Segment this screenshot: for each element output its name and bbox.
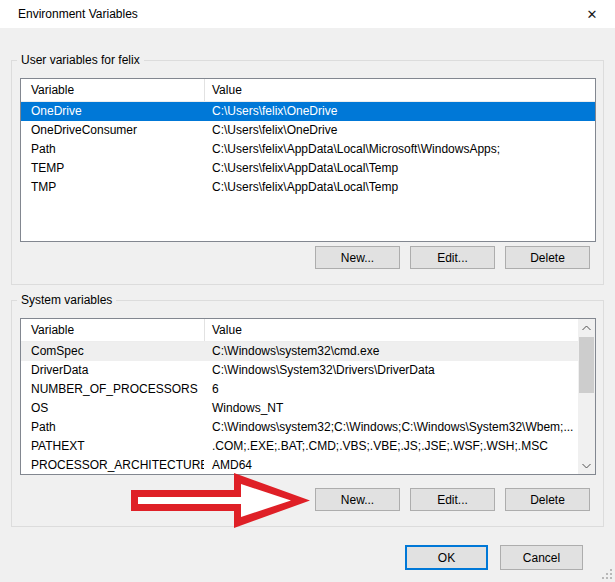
row-value: C:\Users\felix\AppData\Local\Temp [204,178,595,197]
system-delete-button[interactable]: Delete [505,488,590,511]
table-row-temp[interactable]: TEMP C:\Users\felix\AppData\Local\Temp [21,159,595,178]
table-row-path-user[interactable]: Path C:\Users\felix\AppData\Local\Micros… [21,140,595,159]
user-delete-button[interactable]: Delete [505,246,590,269]
row-value: C:\Windows\system32\cmd.exe [204,342,578,361]
vertical-scrollbar[interactable] [578,319,595,474]
scroll-up-button[interactable] [578,319,595,336]
user-edit-button[interactable]: Edit... [410,246,495,269]
system-edit-button[interactable]: Edit... [410,488,495,511]
table-row-onedriveconsumer[interactable]: OneDriveConsumer C:\Users\felix\OneDrive [21,121,595,140]
ok-button[interactable]: OK [405,545,488,570]
system-new-button[interactable]: New... [315,488,400,511]
row-value: C:\Users\felix\AppData\Local\Microsoft\W… [204,140,595,159]
system-variables-group-label: System variables [17,293,116,307]
user-variables-group-label: User variables for felix [17,53,144,67]
chevron-down-icon [582,463,591,469]
user-new-button[interactable]: New... [315,246,400,269]
row-value: Windows_NT [204,399,578,418]
environment-variables-dialog: Environment Variables ✕ User variables f… [0,0,615,582]
row-variable: OS [21,399,204,418]
row-variable: Path [21,418,204,437]
table-row-comspec[interactable]: ComSpec C:\Windows\system32\cmd.exe [21,342,578,361]
user-header-value[interactable]: Value [204,79,595,101]
row-variable: NUMBER_OF_PROCESSORS [21,380,204,399]
row-variable: ComSpec [21,342,204,361]
row-variable: PATHEXT [21,437,204,456]
row-value: C:\Users\felix\OneDrive [204,121,595,140]
row-variable: TEMP [21,159,204,178]
row-value: C:\Users\felix\OneDrive [204,102,595,121]
row-value: .COM;.EXE;.BAT;.CMD;.VBS;.VBE;.JS;.JSE;.… [204,437,578,456]
window-title: Environment Variables [18,0,138,28]
resize-grip-icon[interactable] [600,567,613,580]
row-value: 6 [204,380,578,399]
annotation-arrow-icon [131,473,313,529]
row-value: C:\Windows\system32;C:\Windows;C:\Window… [204,418,578,437]
table-row-number-of-processors[interactable]: NUMBER_OF_PROCESSORS 6 [21,380,578,399]
cancel-button[interactable]: Cancel [500,545,583,570]
row-value: C:\Users\felix\AppData\Local\Temp [204,159,595,178]
close-button[interactable]: ✕ [569,0,615,28]
row-variable: OneDriveConsumer [21,121,204,140]
table-row-pathext[interactable]: PATHEXT .COM;.EXE;.BAT;.CMD;.VBS;.VBE;.J… [21,437,578,456]
table-row-onedrive[interactable]: OneDrive C:\Users\felix\OneDrive [21,102,595,121]
system-header-variable[interactable]: Variable [21,319,204,341]
scroll-down-button[interactable] [578,457,595,474]
row-variable: DriverData [21,361,204,380]
table-row-path-system[interactable]: Path C:\Windows\system32;C:\Windows;C:\W… [21,418,578,437]
user-variables-table: Variable Value OneDrive C:\Users\felix\O… [20,78,596,242]
table-row-tmp[interactable]: TMP C:\Users\felix\AppData\Local\Temp [21,178,595,197]
close-icon: ✕ [587,7,598,22]
row-variable: OneDrive [21,102,204,121]
table-row-os[interactable]: OS Windows_NT [21,399,578,418]
chevron-up-icon [582,325,591,331]
user-table-header: Variable Value [21,79,595,102]
table-row-driverdata[interactable]: DriverData C:\Windows\System32\Drivers\D… [21,361,578,380]
row-variable: TMP [21,178,204,197]
system-table-header: Variable Value [21,319,578,342]
row-variable: Path [21,140,204,159]
row-value: C:\Windows\System32\Drivers\DriverData [204,361,578,380]
title-bar: Environment Variables ✕ [0,0,615,28]
scrollbar-thumb[interactable] [579,337,594,393]
system-header-value[interactable]: Value [204,319,578,341]
user-header-variable[interactable]: Variable [21,79,204,101]
system-variables-table: Variable Value ComSpec C:\Windows\system… [20,318,596,475]
